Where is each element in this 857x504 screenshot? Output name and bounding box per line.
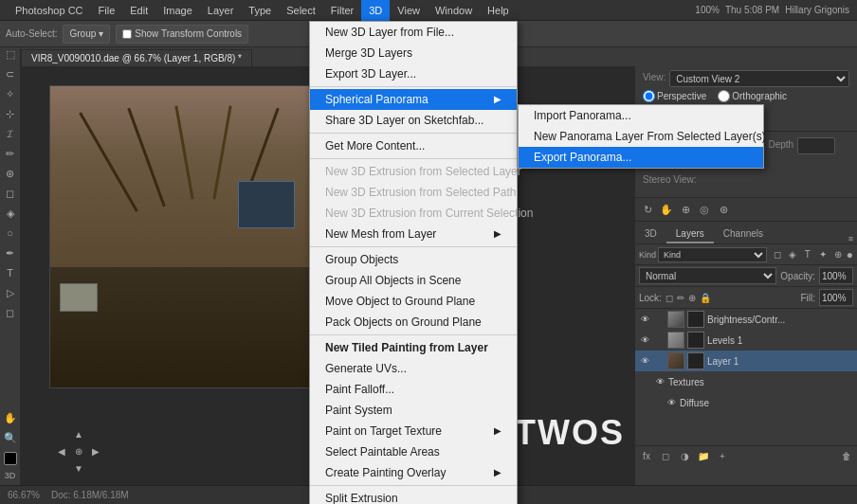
gradient-tool-btn[interactable]: ◈ [1, 204, 20, 223]
3d-zoom-tool[interactable]: ⊕ [677, 201, 694, 218]
layers-panel-menu-icon[interactable]: ≡ [845, 234, 857, 243]
lock-all-icon[interactable]: 🔒 [700, 293, 711, 303]
bg-3d-btn[interactable]: 3D [1, 466, 20, 485]
orthographic-option[interactable]: Orthographic [718, 90, 787, 102]
menu-file[interactable]: File [91, 0, 123, 21]
text-tool-btn[interactable]: T [1, 263, 20, 282]
layer-row-levels[interactable]: 👁 Levels 1 [635, 330, 857, 351]
foreground-color[interactable] [4, 452, 17, 465]
view-select[interactable]: Custom View 2 [669, 70, 849, 87]
nav-left-btn[interactable]: ◀ [54, 443, 69, 459]
eyedropper-tool-btn[interactable]: 𝓘 [1, 124, 20, 143]
nav-down-btn[interactable]: ▼ [71, 460, 86, 476]
menu-app-name[interactable]: Photoshop CC [8, 0, 91, 21]
lock-image-icon[interactable]: ✏ [677, 293, 684, 303]
menu-3d[interactable]: 3D [361, 0, 390, 21]
magic-wand-tool-btn[interactable]: ✧ [1, 84, 20, 103]
delete-layer-btn[interactable]: 🗑 [839, 449, 854, 464]
menu-new-3d-layer-from-file[interactable]: New 3D Layer from File... [310, 22, 517, 43]
menu-group-objects[interactable]: Group Objects [310, 249, 517, 270]
layer-row-diffuse[interactable]: 👁 Diffuse [635, 392, 857, 413]
menu-new-mesh-from-layer[interactable]: New Mesh from Layer ▶ [310, 224, 517, 244]
layer-filter-type-icon[interactable]: T [801, 248, 814, 261]
layer-filter-smart-icon[interactable]: ⊕ [831, 248, 845, 261]
lock-position-icon[interactable]: ⊕ [688, 293, 696, 303]
menu-generate-uvs[interactable]: Generate UVs... [310, 358, 517, 379]
submenu-import-panorama[interactable]: Import Panorama... [519, 105, 763, 126]
pen-tool-btn[interactable]: ✒ [1, 243, 20, 262]
menu-layer[interactable]: Layer [200, 0, 242, 21]
menu-select[interactable]: Select [279, 0, 323, 21]
blend-mode-select[interactable]: Normal [639, 267, 776, 284]
menu-share-3d-layer[interactable]: Share 3D Layer on Sketchfab... [310, 110, 517, 131]
perspective-option[interactable]: Perspective [643, 90, 706, 102]
zoom-tool-btn[interactable]: 🔍 [1, 428, 20, 447]
auto-select-dropdown[interactable]: Group ▾ [63, 25, 110, 44]
eye-brightness-icon[interactable]: 👁 [639, 314, 650, 325]
menu-paint-on-target-texture[interactable]: Paint on Target Texture ▶ [310, 421, 517, 441]
nav-right-btn[interactable]: ▶ [88, 443, 103, 459]
clone-tool-btn[interactable]: ⊛ [1, 164, 20, 183]
hand-tool-btn[interactable]: ✋ [1, 408, 20, 427]
eye-diffuse-icon[interactable]: 👁 [666, 397, 677, 408]
menu-pack-objects[interactable]: Pack Objects on Ground Plane [310, 312, 517, 333]
3d-rotate-tool[interactable]: ↻ [639, 201, 656, 218]
menu-group-all-objects[interactable]: Group All Objects in Scene [310, 270, 517, 291]
path-tool-btn[interactable]: ▷ [1, 283, 20, 302]
menu-select-paintable-areas[interactable]: Select Paintable Areas [310, 441, 517, 462]
menu-get-more-content[interactable]: Get More Content... [310, 135, 517, 156]
menu-image[interactable]: Image [155, 0, 200, 21]
layer-row-textures[interactable]: 👁 Textures [635, 371, 857, 392]
menu-type[interactable]: Type [241, 0, 279, 21]
add-layer-style-btn[interactable]: fx [639, 449, 654, 464]
shape-tool-btn[interactable]: ◻ [1, 303, 20, 322]
menu-help[interactable]: Help [480, 0, 517, 21]
menu-export-3d-layer[interactable]: Export 3D Layer... [310, 63, 517, 84]
eye-levels-icon[interactable]: 👁 [639, 334, 650, 346]
tab-channels[interactable]: Channels [714, 225, 773, 243]
submenu-new-panorama-layer[interactable]: New Panorama Layer From Selected Layer(s… [519, 126, 763, 147]
layer-filter-shape-icon[interactable]: ✦ [816, 248, 830, 261]
menu-move-object[interactable]: Move Object to Ground Plane [310, 291, 517, 312]
layer-filter-toggle-icon[interactable]: ● [847, 248, 853, 261]
layer-filter-pixel-icon[interactable]: ◻ [771, 248, 784, 261]
create-layer-btn[interactable]: + [715, 449, 730, 464]
menu-window[interactable]: Window [428, 0, 480, 21]
menu-paint-system[interactable]: Paint System [310, 400, 517, 421]
menu-filter[interactable]: Filter [323, 0, 361, 21]
menu-edit[interactable]: Edit [122, 0, 155, 21]
select-tool-btn[interactable]: ⬚ [1, 45, 20, 63]
menu-split-extrusion[interactable]: Split Extrusion [310, 488, 517, 504]
create-group-btn[interactable]: 📁 [696, 449, 711, 464]
eye-textures-icon[interactable]: 👁 [654, 376, 666, 387]
transform-check[interactable] [122, 29, 132, 39]
layer-row-layer1[interactable]: 👁 Layer 1 [635, 351, 857, 371]
3d-pan-tool[interactable]: ✋ [658, 201, 675, 218]
menu-merge-3d-layers[interactable]: Merge 3D Layers [310, 43, 517, 63]
menu-new-tiled-painting[interactable]: New Tiled Painting from Layer [310, 337, 517, 358]
document-tab[interactable]: VIR8_V0090010.dae @ 66.7% (Layer 1, RGB/… [21, 49, 252, 66]
menu-view[interactable]: View [390, 0, 428, 21]
menu-paint-falloff[interactable]: Paint Falloff... [310, 379, 517, 400]
depth-input[interactable] [797, 137, 835, 154]
3d-orbit-tool[interactable]: ⊛ [715, 201, 732, 218]
lasso-tool-btn[interactable]: ⊂ [1, 64, 20, 83]
submenu-export-panorama[interactable]: Export Panorama... [519, 147, 763, 168]
nav-center-btn[interactable]: ⊕ [71, 443, 86, 459]
eye-layer1-icon[interactable]: 👁 [639, 355, 650, 367]
create-adjustment-btn[interactable]: ◑ [677, 449, 692, 464]
layer-kind-select[interactable]: Kind [658, 247, 767, 262]
opacity-input[interactable] [819, 267, 853, 284]
fill-input[interactable] [819, 289, 853, 306]
lock-transparent-icon[interactable]: ◻ [666, 293, 673, 303]
crop-tool-btn[interactable]: ⊹ [1, 104, 20, 123]
dodge-tool-btn[interactable]: ○ [1, 224, 20, 243]
brush-tool-btn[interactable]: ✏ [1, 144, 20, 163]
tab-layers[interactable]: Layers [666, 225, 714, 243]
menu-spherical-panorama[interactable]: Spherical Panorama ▶ [310, 89, 517, 110]
menu-create-painting-overlay[interactable]: Create Painting Overlay ▶ [310, 462, 517, 483]
eraser-tool-btn[interactable]: ◻ [1, 184, 20, 203]
add-mask-btn[interactable]: ◻ [658, 449, 673, 464]
tab-3d[interactable]: 3D [635, 225, 666, 243]
layer-row-brightness[interactable]: 👁 Brightness/Contr... [635, 309, 857, 330]
